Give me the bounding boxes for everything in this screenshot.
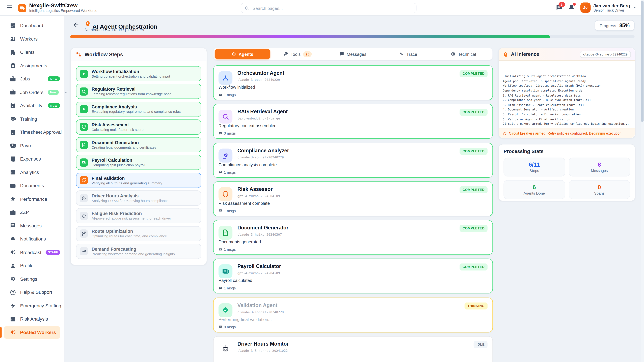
sidebar-item-risk-analysis[interactable]: Risk Analysis [0, 312, 64, 326]
page-scrollbar[interactable] [641, 0, 644, 362]
sidebar-item-posted-workers[interactable]: Posted Workers [4, 326, 60, 339]
step-description: Setting up agent orchestration and valid… [92, 74, 170, 79]
chevron-down-icon [64, 90, 68, 94]
agent-model: gpt-4-turbo-2024-04-09 [238, 272, 280, 275]
agent-card-validation-agent[interactable]: Validation Agent claude-3-sonnet-2024022… [213, 298, 493, 332]
sidebar-item-label: Emergency Staffing [20, 303, 61, 308]
sidebar-item-messages[interactable]: Messages [0, 219, 64, 232]
availability-icon [10, 103, 16, 109]
workflow-step-payroll-calculation[interactable]: Payroll Calculation Computing split-juri… [76, 155, 201, 170]
workflow-step-document-generation[interactable]: Document Generation Creating legal docum… [76, 137, 201, 152]
step-description: AI-powered fatigue risk assessment for e… [92, 216, 171, 221]
sidebar-item-emergency-staffing[interactable]: Emergency Staffing [0, 299, 64, 312]
workflow-step-risk-assessment[interactable]: Risk Assessment Calculating multi-factor… [76, 119, 201, 135]
workflow-step-final-validation[interactable]: Final Validation Verifying all outputs a… [76, 173, 201, 188]
avatar: Jv [580, 2, 590, 13]
sidebar-item-zzp[interactable]: ZZP [0, 206, 64, 219]
agent-card-driver-hours-monitor[interactable]: Driver Hours Monitor claude-3-5-sonnet-2… [213, 336, 493, 362]
agent-card-rag-retrieval-agent[interactable]: RAG Retrieval Agent text-embedding-3-lar… [213, 104, 493, 139]
search-input[interactable] [252, 5, 413, 11]
search-bar[interactable] [241, 3, 416, 13]
agent-name: Orchestrator Agent [238, 70, 284, 76]
workflow-step-driver-hours-analysis[interactable]: Driver Hours Analysis Analyzing EU 561/2… [76, 191, 201, 206]
agent-status-message: Workflow initialized [218, 84, 255, 89]
ai-inference-header: AI Inference claude-3-sonnet-20240229 [498, 48, 635, 61]
workflow-steps-title: Workflow Steps [84, 51, 123, 57]
sidebar-item-profile[interactable]: Profile [0, 259, 64, 272]
sidebar-item-documents[interactable]: Documents [0, 179, 64, 192]
sidebar-item-training[interactable]: Training [0, 112, 64, 126]
chevron-down-icon [633, 5, 638, 10]
agent-model: claude-3-sonnet-20240229 [238, 310, 284, 314]
sidebar-item-settings[interactable]: Settings [0, 272, 64, 286]
menu-icon[interactable] [6, 4, 13, 10]
dashboard-icon [10, 22, 16, 29]
agent-card-orchestrator-agent[interactable]: Orchestrator Agent claude-3-opus-2024022… [213, 65, 493, 100]
processing-stats-title: Processing Stats [504, 149, 630, 154]
sidebar-item-clients[interactable]: Clients [0, 45, 64, 59]
sidebar-item-dashboard[interactable]: Dashboard [0, 19, 64, 32]
file-icon [81, 142, 86, 147]
sidebar-item-assignments[interactable]: Assignments [0, 59, 64, 72]
workflow-step-route-optimization[interactable]: Route Optimization Optimizing routes for… [76, 226, 201, 241]
agent-model: claude-3-opus-20240229 [238, 78, 280, 82]
robot-icon [232, 52, 236, 56]
step-icon-tile [80, 176, 88, 184]
tab-agents[interactable]: Agents [215, 49, 270, 59]
chat-count-badge: 3 [558, 2, 565, 7]
terminal-line: Dependency resolution complete. Executio… [503, 89, 631, 93]
notifications-button[interactable] [568, 4, 575, 11]
agent-icon-tile [218, 110, 232, 124]
sidebar-item-analytics[interactable]: Analytics [0, 166, 64, 179]
fatigue-icon [81, 213, 86, 218]
scrollbar-thumb[interactable] [641, 1, 644, 122]
banknote-icon [222, 268, 229, 275]
sidebar-item-payroll[interactable]: Payroll [0, 139, 64, 152]
agent-icon-tile [218, 303, 232, 317]
sidebar-item-expenses[interactable]: Expenses [0, 152, 64, 166]
sidebar-item-performance[interactable]: Performance [0, 192, 64, 206]
progress-fill [70, 35, 550, 38]
sidebar-item-workers[interactable]: Workers [0, 32, 64, 45]
sidebar-item-availability[interactable]: Availability NEW [0, 99, 64, 112]
workflow-step-demand-forecasting[interactable]: Demand Forecasting Predicting workforce … [76, 244, 201, 259]
workflow-step-compliance-analysis[interactable]: Compliance Analysis Evaluating regulator… [76, 102, 201, 117]
step-title: Document Generation [92, 140, 156, 145]
message-count-icon [218, 132, 222, 135]
agent-icon-tile [218, 265, 232, 278]
agent-card-risk-assessor[interactable]: Risk Assessor gpt-4-turbo-2024-04-09 Ris… [213, 181, 493, 216]
sidebar-item-label: Settings [20, 277, 37, 281]
stopwatch-icon [81, 196, 86, 200]
tab-messages[interactable]: Messages [325, 49, 381, 59]
agent-msgs-count: 1 msgs [218, 209, 236, 213]
step-title: Final Validation [92, 175, 162, 181]
message-count-icon [218, 248, 222, 251]
tab-trace[interactable]: Trace [381, 49, 436, 59]
sidebar-item-notifications[interactable]: Notifications [0, 232, 64, 246]
app-logo [18, 4, 26, 12]
step-title: Demand Forecasting [92, 247, 175, 252]
tabbar: Agents Tools 25 Messages Trace [213, 48, 493, 60]
sidebar-item-label: Notifications [20, 237, 46, 241]
step-icon-tile [80, 105, 88, 113]
agent-card-compliance-analyzer[interactable]: Compliance Analyzer claude-3-sonnet-2024… [213, 143, 493, 177]
chat-button[interactable]: 3 [556, 4, 563, 11]
agent-card-document-generator[interactable]: Document Generator claude-3-haiku-202403… [213, 220, 493, 255]
agent-card-payroll-calculator[interactable]: Payroll Calculator gpt-4-turbo-2024-04-0… [213, 259, 493, 294]
sidebar-item-help-support[interactable]: Help & Support [0, 286, 64, 299]
timesheet-icon [10, 129, 16, 135]
back-button[interactable] [72, 21, 80, 28]
workflow-step-fatigue-risk-prediction[interactable]: Fatigue Risk Prediction AI-powered fatig… [76, 208, 201, 224]
tab-tools[interactable]: Tools 25 [270, 49, 325, 59]
terminal-lines: Initializing multi-agent orchestration w… [503, 74, 631, 127]
sidebar-item-jobs[interactable]: Jobs NEW [0, 72, 64, 86]
sidebar-item-job-orders[interactable]: Job Orders New [0, 86, 64, 99]
user-menu[interactable]: Jv Jan van der Berg Senior Truck Driver [580, 2, 638, 13]
workflow-step-regulatory-retrieval[interactable]: Regulatory Retrieval Fetching relevant r… [76, 84, 201, 99]
sidebar-item-broadcast[interactable]: Broadcast STAFF [0, 246, 64, 259]
workflow-step-workflow-initialization[interactable]: Workflow Initialization Setting up agent… [76, 66, 201, 81]
stat-label: Agents Done [524, 191, 545, 195]
sidebar-item-timesheet-approval[interactable]: Timesheet Approval [0, 125, 64, 139]
agent-status-message: Compliance analysis complete [218, 162, 277, 167]
tab-technical[interactable]: Technical [436, 49, 491, 59]
